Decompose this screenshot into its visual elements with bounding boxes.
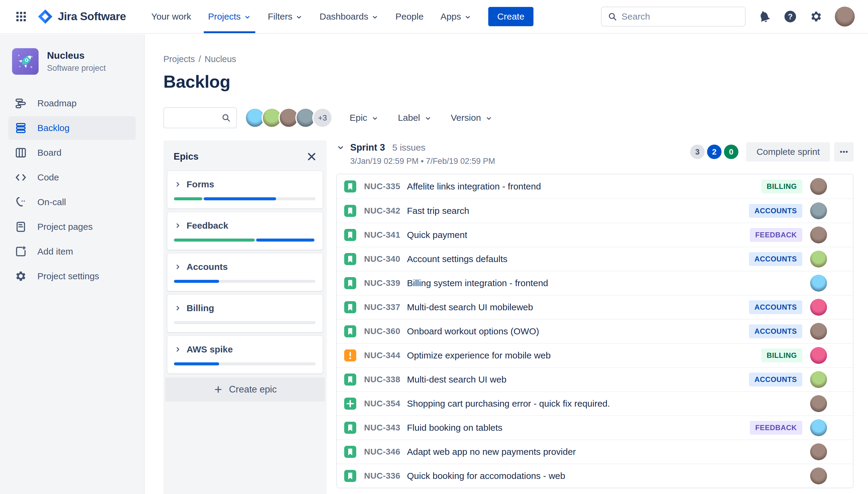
- app-switcher-button[interactable]: [13, 9, 29, 24]
- dropdown-label: Label: [398, 113, 420, 123]
- issue-assignee-avatar[interactable]: [810, 178, 827, 195]
- complete-sprint-button[interactable]: Complete sprint: [746, 142, 830, 162]
- jira-logo[interactable]: Jira Software: [37, 8, 126, 25]
- filter-dropdown-version[interactable]: Version: [451, 113, 493, 123]
- chevron-down-icon: [485, 115, 493, 122]
- issue-assignee-avatar[interactable]: [810, 468, 827, 484]
- issue-key: NUC-344: [364, 350, 400, 360]
- issue-row-nuc-335[interactable]: NUC-335Affelite links integration - fron…: [337, 174, 853, 198]
- global-search[interactable]: [601, 7, 746, 26]
- breadcrumb-projects-link[interactable]: Projects: [163, 54, 195, 64]
- breadcrumb: Projects / Nucleus: [163, 54, 853, 64]
- issue-type-story-icon: [344, 325, 356, 337]
- filter-dropdown-epic[interactable]: Epic: [350, 113, 378, 123]
- sidebar-item-project-settings[interactable]: Project settings: [8, 264, 136, 288]
- breadcrumb-project-link[interactable]: Nucleus: [205, 54, 236, 64]
- epics-panel-title: Epics: [173, 151, 199, 162]
- issue-type-story-icon: [344, 253, 356, 265]
- app-switcher-icon: [15, 11, 27, 23]
- backlog-search-input[interactable]: [169, 113, 221, 122]
- close-epics-button[interactable]: [306, 151, 318, 163]
- issue-assignee-avatar[interactable]: [810, 395, 827, 412]
- sidebar-item-project-pages[interactable]: Project pages: [8, 215, 136, 239]
- nav-item-people[interactable]: People: [387, 0, 432, 33]
- sprint-name: Sprint 3: [350, 142, 385, 153]
- notifications-button[interactable]: [757, 10, 772, 24]
- issue-assignee-avatar[interactable]: [810, 299, 827, 316]
- main-content: Projects / Nucleus Backlog +3 EpicLabelV…: [145, 34, 868, 494]
- sidebar-item-code[interactable]: Code: [8, 166, 136, 189]
- issue-assignee-avatar[interactable]: [810, 371, 827, 388]
- issue-row-nuc-354[interactable]: NUC-354Shopping cart purchasing error - …: [337, 391, 853, 415]
- issue-key: NUC-343: [364, 423, 400, 433]
- issue-row-nuc-338[interactable]: NUC-338Multi-dest search UI webACCOUNTS: [337, 367, 853, 391]
- issue-assignee-avatar[interactable]: [810, 203, 827, 219]
- sidebar-item-label: Board: [37, 148, 61, 158]
- epic-card-billing[interactable]: Billing: [167, 294, 323, 332]
- backlog-search[interactable]: [163, 107, 237, 128]
- epic-card-feedback[interactable]: Feedback: [167, 212, 323, 250]
- issue-label: ACCOUNTS: [749, 373, 802, 386]
- issue-assignee-avatar[interactable]: [810, 443, 827, 460]
- issue-assignee-avatar[interactable]: [810, 227, 827, 243]
- help-button[interactable]: ?: [783, 10, 797, 24]
- chevron-right-icon: [174, 263, 182, 271]
- issue-row-nuc-341[interactable]: NUC-341Quick paymentFEEDBACK: [337, 223, 853, 247]
- global-search-input[interactable]: [622, 12, 739, 22]
- chevron-down-icon: [371, 14, 378, 21]
- issue-row-nuc-346[interactable]: NUC-346Adapt web app no new payments pro…: [337, 439, 853, 463]
- sidebar-item-add-item[interactable]: Add item: [8, 240, 136, 263]
- issue-assignee-avatar[interactable]: [810, 347, 827, 364]
- issue-label: BILLING: [761, 179, 802, 193]
- epic-card-accounts[interactable]: Accounts: [167, 253, 323, 291]
- nav-item-label: People: [395, 12, 423, 22]
- issue-summary: Billing system integration - frontend: [407, 278, 548, 288]
- nav-item-your-work[interactable]: Your work: [143, 0, 200, 33]
- nav-item-projects[interactable]: Projects: [200, 0, 259, 33]
- user-avatar[interactable]: [835, 7, 855, 26]
- issue-row-nuc-336[interactable]: NUC-336Quick booking for accomodations -…: [337, 463, 853, 488]
- more-avatars-badge[interactable]: +3: [312, 108, 333, 128]
- epics-panel: Epics FormsFeedbackAccountsBillingAWS sp…: [163, 140, 327, 494]
- filter-bar: +3 EpicLabelVersion: [163, 107, 853, 128]
- issue-row-nuc-342[interactable]: NUC-342Fast trip searchACCOUNTS: [337, 198, 853, 223]
- sidebar-item-backlog[interactable]: Backlog: [8, 116, 136, 140]
- issue-assignee-avatar[interactable]: [810, 323, 827, 340]
- filter-dropdown-label[interactable]: Label: [398, 113, 431, 123]
- sidebar-item-board[interactable]: Board: [8, 141, 136, 165]
- issue-summary: Fluid booking on tablets: [407, 423, 502, 433]
- issue-row-nuc-337[interactable]: NUC-337Multi-dest search UI mobilewebACC…: [337, 295, 853, 319]
- issue-assignee-avatar[interactable]: [810, 251, 827, 267]
- project-header[interactable]: Nucleus Software project: [0, 48, 144, 75]
- epic-progress-bar: [174, 321, 316, 324]
- issue-summary: Multi-dest search UI mobileweb: [407, 302, 533, 312]
- issue-row-nuc-340[interactable]: NUC-340Account settings defaultsACCOUNTS: [337, 247, 853, 271]
- create-button[interactable]: Create: [488, 7, 533, 26]
- epic-card-forms[interactable]: Forms: [167, 170, 323, 209]
- nav-item-label: Projects: [208, 12, 241, 22]
- issue-row-nuc-339[interactable]: NUC-339Billing system integration - fron…: [337, 271, 853, 295]
- sidebar-item-label: On-call: [37, 197, 66, 207]
- nav-item-filters[interactable]: Filters: [259, 0, 311, 33]
- epic-card-aws-spike[interactable]: AWS spike: [167, 336, 323, 374]
- sidebar-item-roadmap[interactable]: Roadmap: [8, 92, 136, 115]
- chevron-down-icon: [295, 14, 302, 21]
- issue-label: FEEDBACK: [750, 228, 802, 242]
- chevron-down-icon[interactable]: [336, 144, 345, 152]
- sidebar-item-on-call[interactable]: On-call: [8, 190, 136, 214]
- issue-assignee-avatar[interactable]: [810, 275, 827, 291]
- issue-row-nuc-344[interactable]: NUC-344Optimize experience for mobile we…: [337, 343, 853, 367]
- issue-row-nuc-360[interactable]: NUC-360Onboard workout options (OWO)ACCO…: [337, 319, 853, 343]
- nav-item-apps[interactable]: Apps: [432, 0, 480, 33]
- issue-key: NUC-342: [364, 206, 400, 216]
- settings-button[interactable]: [809, 10, 824, 24]
- issue-row-nuc-343[interactable]: NUC-343Fluid booking on tabletsFEEDBACK: [337, 415, 853, 439]
- sidebar-item-label: Backlog: [37, 123, 70, 133]
- issue-assignee-avatar[interactable]: [810, 419, 827, 436]
- nav-item-dashboards[interactable]: Dashboards: [311, 0, 387, 33]
- sprint-more-button[interactable]: [834, 142, 853, 162]
- epic-name: Accounts: [187, 262, 228, 272]
- issue-type-story-icon: [344, 470, 356, 482]
- chevron-down-icon: [464, 14, 472, 21]
- create-epic-button[interactable]: Create epic: [165, 377, 325, 401]
